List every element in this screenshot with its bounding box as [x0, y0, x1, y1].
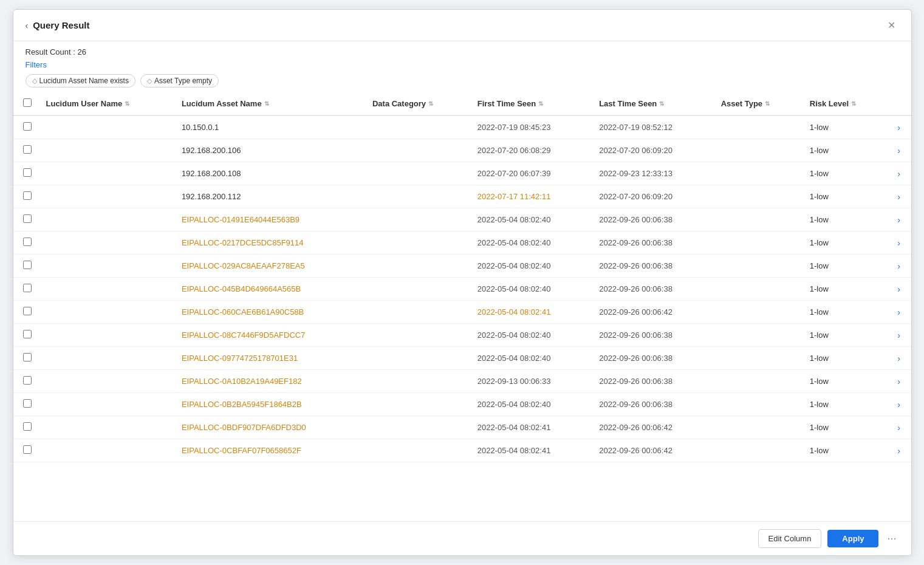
- select-all-checkbox[interactable]: [23, 98, 32, 107]
- row-checkbox[interactable]: [23, 122, 32, 131]
- toolbar: Result Count : 26 Filters ◇Lucidum Asset…: [13, 41, 911, 92]
- row-last-time-seen: 2022-09-26 00:06:42: [590, 301, 712, 324]
- row-checkbox[interactable]: [23, 353, 32, 361]
- row-checkbox[interactable]: [23, 307, 32, 315]
- row-expand-button[interactable]: ›: [887, 185, 911, 208]
- row-risk-level: 1-low: [801, 439, 887, 462]
- table-container[interactable]: Lucidum User Name ⇅ Lucidum Asset Name ⇅…: [13, 92, 911, 521]
- row-asset-name[interactable]: EIPALLOC-0B2BA5945F1864B2B: [173, 393, 364, 416]
- row-data-category: [364, 347, 469, 370]
- row-asset-name[interactable]: EIPALLOC-09774725178701E31: [173, 347, 364, 370]
- table-header-row: Lucidum User Name ⇅ Lucidum Asset Name ⇅…: [13, 92, 911, 115]
- header-data-category[interactable]: Data Category ⇅: [364, 92, 469, 115]
- row-checkbox-cell: [13, 115, 38, 139]
- row-asset-name[interactable]: EIPALLOC-08C7446F9D5AFDCC7: [173, 324, 364, 347]
- row-expand-button[interactable]: ›: [887, 324, 911, 347]
- row-last-time-seen: 2022-09-26 00:06:38: [590, 370, 712, 393]
- row-expand-button[interactable]: ›: [887, 439, 911, 462]
- row-asset-type: [713, 324, 801, 347]
- row-first-time-seen: 2022-05-04 08:02:40: [469, 278, 590, 301]
- header-action: [887, 92, 911, 115]
- row-asset-name[interactable]: EIPALLOC-045B4D649664A565B: [173, 278, 364, 301]
- row-risk-level: 1-low: [801, 301, 887, 324]
- row-checkbox[interactable]: [23, 168, 32, 177]
- table-row: EIPALLOC-01491E64044E563B92022-05-04 08:…: [13, 208, 911, 231]
- row-checkbox[interactable]: [23, 238, 32, 246]
- row-checkbox-cell: [13, 231, 38, 255]
- row-checkbox[interactable]: [23, 445, 32, 454]
- row-first-time-seen: 2022-05-04 08:02:41: [469, 301, 590, 324]
- row-asset-name[interactable]: EIPALLOC-01491E64044E563B9: [173, 208, 364, 231]
- row-expand-button[interactable]: ›: [887, 301, 911, 324]
- filters-link[interactable]: Filters: [26, 60, 899, 69]
- row-expand-button[interactable]: ›: [887, 162, 911, 185]
- filter-tag[interactable]: ◇Asset Type empty: [140, 74, 219, 87]
- row-checkbox[interactable]: [23, 145, 32, 154]
- row-first-time-seen: 2022-05-04 08:02:41: [469, 416, 590, 439]
- row-checkbox[interactable]: [23, 422, 32, 431]
- row-last-time-seen: 2022-07-20 06:09:20: [590, 139, 712, 162]
- row-asset-name[interactable]: EIPALLOC-060CAE6B61A90C58B: [173, 301, 364, 324]
- row-checkbox[interactable]: [23, 214, 32, 223]
- more-options-button[interactable]: ···: [885, 531, 898, 546]
- back-button[interactable]: ‹: [26, 21, 29, 30]
- table-row: EIPALLOC-08C7446F9D5AFDCC72022-05-04 08:…: [13, 324, 911, 347]
- row-asset-type: [713, 370, 801, 393]
- row-asset-type: [713, 278, 801, 301]
- row-expand-button[interactable]: ›: [887, 208, 911, 231]
- row-data-category: [364, 139, 469, 162]
- row-expand-button[interactable]: ›: [887, 278, 911, 301]
- row-data-category: [364, 162, 469, 185]
- row-last-time-seen: 2022-09-26 00:06:38: [590, 255, 712, 278]
- row-checkbox[interactable]: [23, 284, 32, 292]
- row-asset-type: [713, 139, 801, 162]
- header-risk-level[interactable]: Risk Level ⇅: [801, 92, 887, 115]
- row-first-time-seen: 2022-05-04 08:02:40: [469, 347, 590, 370]
- apply-button[interactable]: Apply: [827, 530, 878, 547]
- row-expand-button[interactable]: ›: [887, 139, 911, 162]
- row-expand-button[interactable]: ›: [887, 416, 911, 439]
- row-first-time-seen: 2022-07-20 06:08:29: [469, 139, 590, 162]
- close-button[interactable]: ✕: [884, 18, 899, 32]
- footer: Edit Column Apply ···: [13, 521, 911, 555]
- row-user-name: [38, 347, 173, 370]
- row-checkbox[interactable]: [23, 261, 32, 269]
- row-expand-button[interactable]: ›: [887, 370, 911, 393]
- row-asset-type: [713, 439, 801, 462]
- header-first-time-seen[interactable]: First Time Seen ⇅: [469, 92, 590, 115]
- row-expand-button[interactable]: ›: [887, 255, 911, 278]
- row-data-category: [364, 393, 469, 416]
- header-lucidum-user-name[interactable]: Lucidum User Name ⇅: [38, 92, 173, 115]
- row-checkbox-cell: [13, 185, 38, 208]
- row-first-time-seen: 2022-07-20 06:07:39: [469, 162, 590, 185]
- row-expand-button[interactable]: ›: [887, 393, 911, 416]
- row-last-time-seen: 2022-09-26 00:06:42: [590, 439, 712, 462]
- header-lucidum-asset-name[interactable]: Lucidum Asset Name ⇅: [173, 92, 364, 115]
- row-checkbox-cell: [13, 255, 38, 278]
- row-asset-name[interactable]: EIPALLOC-029AC8AEAAF278EA5: [173, 255, 364, 278]
- row-data-category: [364, 278, 469, 301]
- row-user-name: [38, 208, 173, 231]
- row-asset-type: [713, 115, 801, 139]
- row-asset-name[interactable]: EIPALLOC-0BDF907DFA6DFD3D0: [173, 416, 364, 439]
- header-last-time-seen[interactable]: Last Time Seen ⇅: [590, 92, 712, 115]
- row-user-name: [38, 370, 173, 393]
- row-asset-name[interactable]: EIPALLOC-0CBFAF07F0658652F: [173, 439, 364, 462]
- row-asset-type: [713, 162, 801, 185]
- table-row: 192.168.200.1082022-07-20 06:07:392022-0…: [13, 162, 911, 185]
- row-asset-name[interactable]: EIPALLOC-0217DCE5DC85F9114: [173, 231, 364, 255]
- row-asset-name[interactable]: EIPALLOC-0A10B2A19A49EF182: [173, 370, 364, 393]
- filter-tag[interactable]: ◇Lucidum Asset Name exists: [26, 74, 135, 87]
- row-risk-level: 1-low: [801, 393, 887, 416]
- row-expand-button[interactable]: ›: [887, 115, 911, 139]
- header-asset-type[interactable]: Asset Type ⇅: [713, 92, 801, 115]
- row-expand-button[interactable]: ›: [887, 231, 911, 255]
- row-last-time-seen: 2022-09-23 12:33:13: [590, 162, 712, 185]
- row-checkbox[interactable]: [23, 376, 32, 385]
- row-checkbox[interactable]: [23, 191, 32, 200]
- row-checkbox[interactable]: [23, 399, 32, 408]
- row-risk-level: 1-low: [801, 324, 887, 347]
- row-checkbox[interactable]: [23, 330, 32, 338]
- row-expand-button[interactable]: ›: [887, 347, 911, 370]
- edit-column-button[interactable]: Edit Column: [758, 529, 822, 548]
